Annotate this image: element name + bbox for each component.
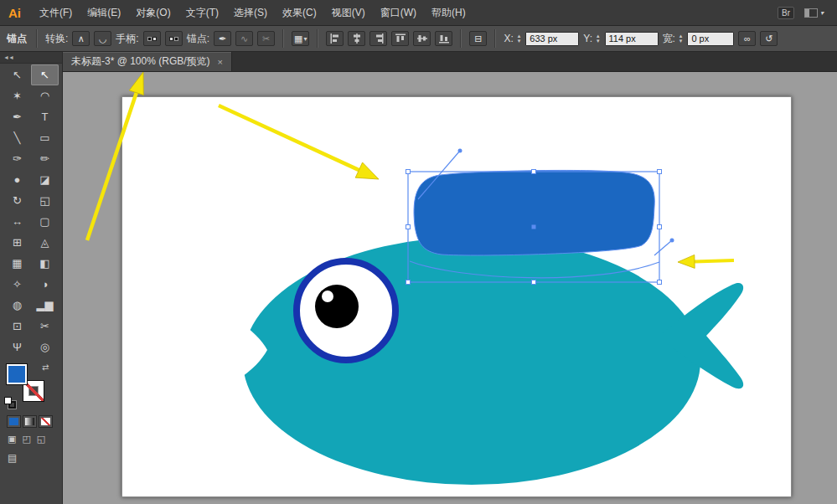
hand-tool[interactable]: Ψ bbox=[3, 337, 31, 357]
default-fill-icon[interactable] bbox=[4, 397, 12, 404]
menu-window[interactable]: 窗口(W) bbox=[373, 0, 424, 26]
fill-swatch[interactable] bbox=[6, 363, 28, 385]
menu-select[interactable]: 选择(S) bbox=[226, 0, 275, 26]
x-stepper[interactable]: ▴▾ bbox=[518, 33, 521, 44]
document-tab[interactable]: 未标题-3* @ 100% (RGB/预览) × bbox=[63, 52, 232, 71]
width-stepper[interactable]: ▴▾ bbox=[679, 33, 683, 44]
gradient-tool-icon: ◧ bbox=[39, 257, 49, 270]
eraser-tool-icon: ◪ bbox=[39, 173, 49, 186]
hide-handles-button[interactable] bbox=[165, 31, 183, 46]
handle-square-icon bbox=[169, 37, 173, 41]
menu-edit[interactable]: 编辑(E) bbox=[80, 0, 128, 26]
align-right-button[interactable] bbox=[369, 31, 387, 46]
app-logo: Ai bbox=[0, 6, 32, 20]
width-tool[interactable]: ↔ bbox=[3, 211, 31, 232]
align-bottom-button[interactable] bbox=[435, 31, 452, 46]
workspace-switcher-button[interactable]: ▾ bbox=[804, 8, 824, 18]
none-button[interactable] bbox=[39, 415, 53, 428]
divider bbox=[317, 29, 318, 48]
scale-tool[interactable]: ◱ bbox=[31, 190, 59, 211]
distribute-button[interactable]: ⊟ bbox=[469, 31, 487, 46]
close-icon[interactable]: × bbox=[218, 57, 223, 67]
swap-fill-stroke-icon[interactable]: ⇄ bbox=[42, 363, 49, 372]
panel-collapse-button[interactable]: ◄◄ bbox=[0, 52, 62, 64]
lasso-tool-icon: ◠ bbox=[40, 90, 49, 102]
free-transform-tool[interactable]: ▢ bbox=[31, 211, 59, 232]
align-left-button[interactable] bbox=[326, 31, 344, 46]
align-top-button[interactable] bbox=[391, 31, 409, 46]
menu-view[interactable]: 视图(V) bbox=[324, 0, 373, 26]
width-label: 宽: bbox=[663, 32, 675, 46]
paintbrush-tool[interactable]: ✑ bbox=[3, 148, 31, 169]
gradient-button[interactable] bbox=[23, 415, 37, 428]
align-center-button[interactable] bbox=[348, 31, 365, 46]
align-bottom-icon bbox=[439, 33, 449, 44]
selection-tool[interactable]: ↖ bbox=[3, 64, 31, 85]
connect-endpoints-button[interactable]: ∿ bbox=[235, 31, 253, 46]
column-graph-tool[interactable]: ▂▆ bbox=[31, 295, 59, 316]
mesh-tool[interactable]: ▦ bbox=[3, 253, 31, 274]
divider bbox=[494, 29, 496, 48]
perspective-grid-tool[interactable]: ◬ bbox=[31, 232, 59, 253]
type-tool[interactable]: T bbox=[31, 106, 59, 127]
draw-inside-button[interactable]: ◱ bbox=[37, 434, 45, 445]
distribute-icon: ⊟ bbox=[474, 33, 482, 44]
reset-button[interactable]: ↺ bbox=[760, 31, 778, 46]
free-transform-tool-icon: ▢ bbox=[39, 215, 49, 228]
align-options-button[interactable]: ▦▾ bbox=[292, 31, 309, 46]
magic-wand-tool[interactable]: ✶ bbox=[3, 85, 31, 106]
menu-type[interactable]: 文字(T) bbox=[178, 0, 226, 26]
paintbrush-tool-icon: ✑ bbox=[13, 152, 22, 165]
menu-file[interactable]: 文件(F) bbox=[32, 0, 80, 26]
screen-mode-button[interactable]: ▤ bbox=[0, 445, 62, 464]
canvas-area[interactable] bbox=[63, 72, 837, 504]
solid-color-icon bbox=[9, 418, 18, 425]
shape-builder-tool[interactable]: ⊞ bbox=[3, 232, 31, 253]
stepper-down-icon[interactable]: ▾ bbox=[679, 39, 683, 44]
artboard[interactable] bbox=[121, 96, 792, 497]
bridge-button[interactable]: Br bbox=[778, 7, 794, 19]
menu-bar: Ai 文件(F) 编辑(E) 对象(O) 文字(T) 选择(S) 效果(C) 视… bbox=[0, 0, 837, 26]
constrain-proportions-button[interactable]: ∞ bbox=[738, 31, 756, 46]
column-graph-tool-icon: ▂▆ bbox=[37, 299, 54, 311]
convert-to-corner-button[interactable]: ∧ bbox=[72, 31, 90, 46]
stepper-down-icon[interactable]: ▾ bbox=[518, 39, 521, 44]
eraser-tool[interactable]: ◪ bbox=[31, 169, 59, 190]
line-segment-tool[interactable]: ╲ bbox=[3, 127, 31, 148]
symbol-sprayer-tool-icon: ◍ bbox=[13, 299, 22, 311]
cut-path-button[interactable]: ✂ bbox=[257, 31, 275, 46]
symbol-sprayer-tool[interactable]: ◍ bbox=[3, 295, 31, 316]
direct-selection-tool[interactable]: ↖ bbox=[31, 64, 59, 85]
y-field[interactable]: 114 px bbox=[605, 32, 659, 46]
rectangle-tool[interactable]: ▭ bbox=[31, 127, 59, 148]
handle-square-icon bbox=[174, 37, 178, 41]
stepper-down-icon[interactable]: ▾ bbox=[597, 39, 600, 44]
rotate-tool[interactable]: ↻ bbox=[3, 190, 31, 211]
lasso-tool[interactable]: ◠ bbox=[31, 85, 59, 106]
gradient-tool[interactable]: ◧ bbox=[31, 253, 59, 274]
show-handles-button[interactable] bbox=[143, 31, 161, 46]
blend-tool[interactable]: ◑ bbox=[31, 274, 59, 295]
blob-brush-tool[interactable]: ● bbox=[3, 169, 31, 190]
delete-anchor-button[interactable]: ✒ bbox=[214, 31, 231, 46]
slice-tool-icon: ✂ bbox=[40, 320, 49, 332]
menu-object[interactable]: 对象(O) bbox=[128, 0, 178, 26]
draw-normal-button[interactable]: ▣ bbox=[8, 434, 16, 445]
menu-effect[interactable]: 效果(C) bbox=[275, 0, 324, 26]
link-icon: ∞ bbox=[744, 33, 751, 44]
artboard-tool[interactable]: ⊡ bbox=[3, 316, 31, 337]
x-field[interactable]: 633 px bbox=[525, 32, 579, 46]
pen-tool[interactable]: ✒ bbox=[3, 106, 31, 127]
convert-to-smooth-button[interactable]: ◡ bbox=[94, 31, 111, 46]
draw-behind-button[interactable]: ◰ bbox=[22, 434, 30, 445]
slice-tool[interactable]: ✂ bbox=[31, 316, 59, 337]
eyedropper-tool[interactable]: ✧ bbox=[3, 274, 31, 295]
width-field[interactable]: 0 px bbox=[687, 32, 734, 46]
pencil-tool[interactable]: ✏ bbox=[31, 148, 59, 169]
y-stepper[interactable]: ▴▾ bbox=[597, 33, 600, 44]
menu-help[interactable]: 帮助(H) bbox=[424, 0, 473, 26]
zoom-tool[interactable]: ◎ bbox=[31, 337, 59, 357]
handle-square-icon bbox=[147, 37, 152, 41]
align-middle-button[interactable] bbox=[413, 31, 431, 46]
color-button[interactable] bbox=[7, 415, 21, 428]
